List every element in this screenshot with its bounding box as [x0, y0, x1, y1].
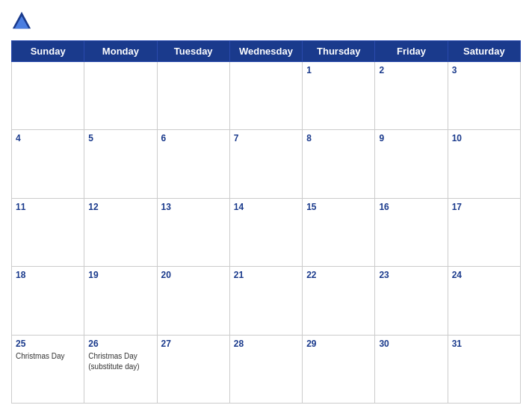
calendar-week-3: 11121314151617 — [12, 198, 521, 266]
calendar-body: 1234567891011121314151617181920212223242… — [12, 62, 521, 404]
calendar-cell: 31 — [448, 335, 520, 403]
day-header-thursday: Thursday — [303, 41, 375, 62]
day-number: 24 — [452, 270, 516, 280]
calendar-cell: 9 — [375, 130, 448, 198]
holiday-label: Christmas Day — [16, 352, 65, 360]
calendar-week-4: 18192021222324 — [12, 267, 521, 335]
calendar-week-2: 45678910 — [12, 130, 521, 198]
calendar-header-row: SundayMondayTuesdayWednesdayThursdayFrid… — [12, 41, 521, 62]
day-header-monday: Monday — [84, 41, 157, 62]
day-header-sunday: Sunday — [12, 41, 84, 62]
day-header-friday: Friday — [375, 41, 448, 62]
calendar-cell: 11 — [12, 198, 84, 266]
calendar-cell: 12 — [84, 198, 157, 266]
calendar-week-1: 123 — [12, 62, 521, 130]
calendar-cell: 26Christmas Day (substitute day) — [84, 335, 157, 403]
day-number: 15 — [306, 202, 371, 212]
calendar-cell: 16 — [375, 198, 448, 266]
day-header-saturday: Saturday — [448, 41, 520, 62]
calendar-cell: 19 — [84, 267, 157, 335]
calendar-cell: 18 — [12, 267, 84, 335]
calendar-cell: 28 — [229, 335, 302, 403]
day-number: 14 — [234, 202, 298, 212]
holiday-label: Christmas Day (substitute day) — [88, 352, 139, 371]
day-header-tuesday: Tuesday — [157, 41, 229, 62]
calendar-cell — [12, 62, 84, 130]
calendar-cell: 25Christmas Day — [12, 335, 84, 403]
logo — [11, 10, 35, 31]
calendar-cell: 3 — [448, 62, 520, 130]
day-number: 23 — [379, 270, 443, 280]
calendar-cell: 5 — [84, 130, 157, 198]
calendar-cell: 29 — [303, 335, 375, 403]
day-number: 25 — [16, 339, 80, 349]
day-number: 8 — [306, 133, 371, 143]
day-number: 2 — [379, 65, 443, 75]
calendar-cell: 21 — [229, 267, 302, 335]
day-number: 19 — [88, 270, 152, 280]
day-number: 11 — [16, 202, 80, 212]
calendar-cell: 6 — [157, 130, 229, 198]
day-number: 28 — [234, 339, 298, 349]
calendar-cell: 8 — [303, 130, 375, 198]
day-header-wednesday: Wednesday — [229, 41, 302, 62]
calendar-cell — [229, 62, 302, 130]
day-number: 26 — [88, 339, 152, 349]
calendar-cell: 1 — [303, 62, 375, 130]
day-number: 1 — [306, 65, 371, 75]
day-number: 30 — [379, 339, 443, 349]
calendar-cell: 14 — [229, 198, 302, 266]
calendar-cell: 2 — [375, 62, 448, 130]
day-number: 12 — [88, 202, 152, 212]
calendar-table: SundayMondayTuesdayWednesdayThursdayFrid… — [11, 40, 521, 404]
calendar-week-5: 25Christmas Day26Christmas Day (substitu… — [12, 335, 521, 403]
day-number: 6 — [161, 133, 226, 143]
calendar-header — [11, 7, 521, 34]
day-number: 29 — [306, 339, 371, 349]
day-number: 22 — [306, 270, 371, 280]
day-number: 21 — [234, 270, 298, 280]
day-number: 31 — [452, 339, 516, 349]
day-number: 20 — [161, 270, 226, 280]
day-number: 17 — [452, 202, 516, 212]
calendar-cell: 17 — [448, 198, 520, 266]
day-number: 7 — [234, 133, 298, 143]
calendar-cell: 10 — [448, 130, 520, 198]
day-number: 27 — [161, 339, 226, 349]
calendar-cell — [84, 62, 157, 130]
day-number: 10 — [452, 133, 516, 143]
calendar-cell: 27 — [157, 335, 229, 403]
calendar-cell: 30 — [375, 335, 448, 403]
calendar-cell: 4 — [12, 130, 84, 198]
day-number: 9 — [379, 133, 443, 143]
calendar-cell: 15 — [303, 198, 375, 266]
calendar-cell — [157, 62, 229, 130]
day-number: 4 — [16, 133, 80, 143]
calendar-cell: 24 — [448, 267, 520, 335]
calendar-cell: 23 — [375, 267, 448, 335]
day-number: 13 — [161, 202, 226, 212]
day-number: 18 — [16, 270, 80, 280]
day-number: 3 — [452, 65, 516, 75]
calendar-cell: 20 — [157, 267, 229, 335]
day-number: 16 — [379, 202, 443, 212]
calendar-cell: 13 — [157, 198, 229, 266]
day-number: 5 — [88, 133, 152, 143]
calendar-cell: 7 — [229, 130, 302, 198]
logo-icon — [11, 10, 32, 31]
calendar-cell: 22 — [303, 267, 375, 335]
